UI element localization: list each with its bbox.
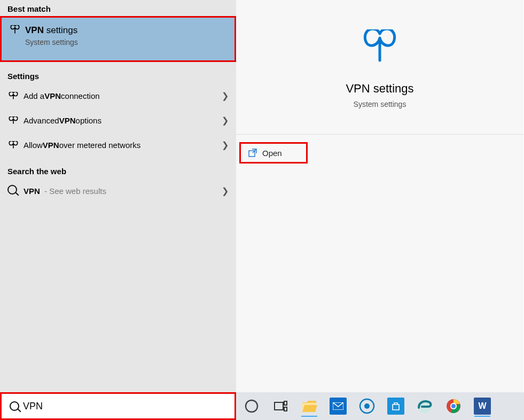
vpn-icon bbox=[7, 92, 24, 99]
taskbar-file-explorer[interactable] bbox=[297, 394, 322, 418]
chevron-right-icon bbox=[222, 186, 229, 196]
detail-subtitle: System settings bbox=[236, 100, 523, 108]
result-title: VPN settings bbox=[25, 25, 78, 36]
chevron-right-icon bbox=[222, 115, 229, 126]
section-search-web: Search the web bbox=[0, 162, 236, 178]
search-results-panel: Best match VPN settings System settings … bbox=[0, 0, 236, 392]
section-settings: Settings bbox=[0, 67, 236, 83]
taskbar-cortana[interactable] bbox=[239, 394, 264, 418]
chevron-right-icon bbox=[222, 91, 229, 101]
result-label: Add a VPN connection bbox=[24, 91, 222, 100]
result-label: Advanced VPN options bbox=[24, 116, 222, 125]
taskbar: W bbox=[236, 392, 524, 420]
search-input[interactable] bbox=[22, 400, 229, 413]
result-vpn-settings[interactable]: VPN settings System settings bbox=[0, 16, 236, 62]
search-box[interactable] bbox=[0, 392, 236, 420]
search-icon bbox=[7, 401, 22, 411]
open-button[interactable]: Open bbox=[239, 142, 308, 164]
detail-panel: VPN settings System settings Open bbox=[236, 0, 523, 392]
section-best-match: Best match bbox=[0, 0, 236, 16]
taskbar-mail[interactable] bbox=[326, 394, 350, 418]
svg-rect-2 bbox=[275, 402, 283, 410]
taskbar-task-view[interactable] bbox=[268, 394, 293, 418]
svg-point-1 bbox=[246, 400, 257, 412]
svg-rect-4 bbox=[284, 407, 287, 411]
chevron-right-icon bbox=[222, 140, 229, 150]
result-web-vpn[interactable]: VPN - See web results bbox=[0, 178, 236, 203]
vpn-icon-large bbox=[361, 29, 398, 67]
svg-rect-3 bbox=[284, 401, 287, 405]
vpn-icon bbox=[7, 116, 24, 124]
result-advanced-vpn-options[interactable]: Advanced VPN options bbox=[0, 108, 236, 133]
taskbar-word[interactable]: W bbox=[470, 394, 495, 418]
taskbar-chrome[interactable] bbox=[441, 394, 466, 418]
svg-point-8 bbox=[364, 403, 370, 409]
vpn-icon bbox=[7, 141, 24, 149]
vpn-icon bbox=[9, 25, 25, 34]
svg-point-12 bbox=[451, 404, 456, 408]
result-add-vpn-connection[interactable]: Add a VPN connection bbox=[0, 83, 236, 108]
result-label: VPN - See web results bbox=[24, 186, 222, 196]
open-label: Open bbox=[262, 149, 282, 158]
result-allow-vpn-metered[interactable]: Allow VPN over metered networks bbox=[0, 133, 236, 157]
result-subtitle: System settings bbox=[25, 38, 78, 46]
taskbar-store[interactable] bbox=[384, 394, 408, 418]
open-in-new-icon bbox=[248, 149, 257, 157]
taskbar-edge-legacy[interactable] bbox=[412, 394, 437, 418]
result-label: Allow VPN over metered networks bbox=[24, 141, 222, 150]
taskbar-dell[interactable] bbox=[355, 394, 379, 418]
detail-title: VPN settings bbox=[236, 82, 523, 96]
divider bbox=[236, 134, 523, 135]
search-icon bbox=[7, 185, 24, 197]
